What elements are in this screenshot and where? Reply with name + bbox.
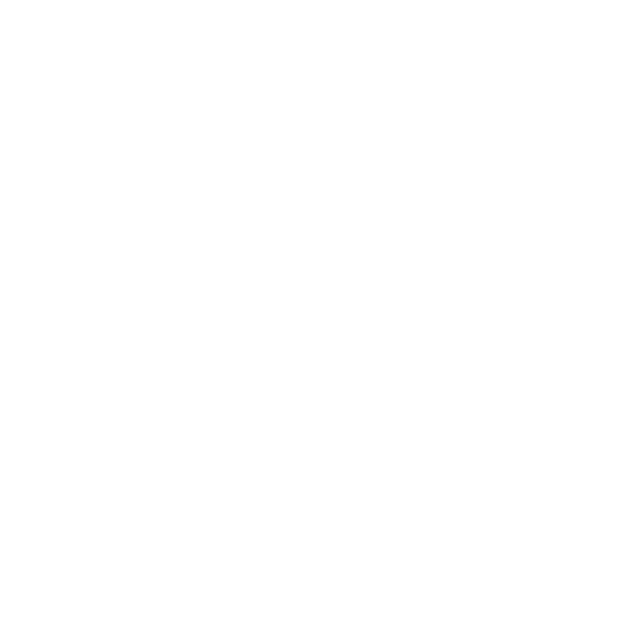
bottleneck-chart [0,0,644,644]
